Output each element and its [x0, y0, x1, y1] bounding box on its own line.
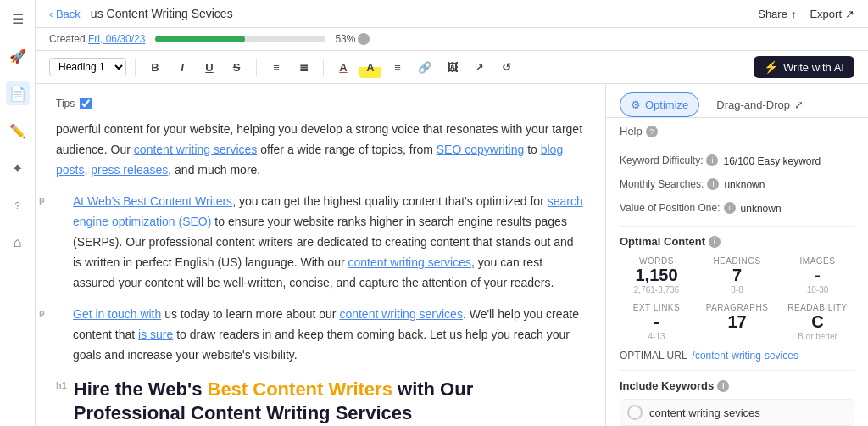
divider-1: [620, 226, 854, 227]
write-ai-label: Write with AI: [783, 61, 844, 74]
optimal-content-info-icon[interactable]: i: [709, 236, 721, 248]
main-area: ‹ Back us Content Writing Sevices Share …: [36, 0, 868, 426]
underline-button[interactable]: U: [198, 56, 220, 78]
help-label: Help: [620, 125, 643, 137]
rocket-icon[interactable]: 🚀: [6, 44, 30, 68]
drag-drop-icon: ⤢: [794, 98, 804, 111]
ordered-list-button[interactable]: ≡: [265, 56, 287, 78]
page-title: us Content Writing Sevices: [91, 7, 233, 20]
paragraph-3: p Get in touch with us today to learn mo…: [56, 305, 585, 365]
write-with-ai-button[interactable]: ⚡ Write with AI: [754, 56, 854, 78]
gold-text: Best Content Writers: [208, 378, 392, 400]
optimal-grid-1: WORDS 1,150 2,761-3,736 HEADINGS 7 3-8 I…: [620, 256, 854, 294]
optimize-icon: ⚙: [631, 98, 641, 111]
h1-section: h1 Hire the Web's Best Content Writers w…: [56, 378, 585, 426]
header-bar: ‹ Back us Content Writing Sevices Share …: [36, 0, 868, 28]
header-left: ‹ Back us Content Writing Sevices: [49, 7, 233, 20]
optimal-words: WORDS 1,150 2,761-3,736: [620, 256, 693, 294]
h1-heading[interactable]: Hire the Web's Best Content Writers with…: [74, 378, 585, 426]
value-position-value: unknown: [741, 203, 782, 215]
edit-icon[interactable]: ✏️: [6, 119, 30, 143]
tips-bar: Tips: [56, 98, 585, 109]
italic-button[interactable]: I: [171, 56, 193, 78]
document-icon[interactable]: 📄: [6, 81, 30, 105]
keyword-item-1[interactable]: content writing sevices: [620, 399, 854, 426]
optimize-label: Optimize: [645, 98, 688, 111]
monthly-searches-info-icon[interactable]: i: [707, 178, 719, 190]
link-content-writing-services-2[interactable]: content writing services: [348, 255, 471, 269]
toolbar-divider-2: [256, 59, 257, 76]
export-icon: ↗: [845, 8, 854, 20]
clear-format-button[interactable]: ↗: [468, 56, 490, 78]
progress-label: 53% i: [335, 33, 370, 45]
strikethrough-button[interactable]: S: [225, 56, 248, 78]
value-position-row: Value of Position One: i unknown: [620, 202, 854, 216]
font-color-button[interactable]: A: [332, 56, 354, 78]
link-get-in-touch[interactable]: Get in touch with: [73, 307, 161, 321]
value-position-info-icon[interactable]: i: [724, 202, 736, 214]
keyword-difficulty-label: Keyword Difficulty: i: [620, 154, 718, 166]
keyword-difficulty-info-icon[interactable]: i: [706, 154, 718, 166]
link-press-releases[interactable]: press releases: [91, 163, 168, 177]
left-sidebar: ☰ 🚀 📄 ✏️ ✦ ? ⌂: [0, 0, 36, 426]
keyword-difficulty-value: 16/100 Easy keyword: [723, 155, 821, 167]
link-is-sure[interactable]: is sure: [138, 328, 173, 341]
paragraph-1: powerful content for your website, helpi…: [56, 120, 585, 180]
question-icon[interactable]: ?: [6, 193, 30, 217]
star-icon[interactable]: ✦: [6, 156, 30, 180]
optimal-readability: READABILITY C B or better: [781, 303, 854, 341]
panel-help: Help ?: [606, 118, 868, 144]
link-content-writing-services-1[interactable]: content writing services: [134, 143, 258, 156]
unordered-list-button[interactable]: ≣: [292, 56, 314, 78]
font-highlight-button[interactable]: A: [359, 56, 381, 78]
header-right: Share ↑ Export ↗: [758, 8, 854, 20]
keywords-info-icon[interactable]: i: [717, 380, 729, 392]
link-web-best-content[interactable]: At Web's Best Content Writers: [73, 194, 232, 208]
back-button[interactable]: ‹ Back: [49, 8, 81, 20]
panel-content: Keyword Difficulty: i 16/100 Easy keywor…: [606, 144, 868, 426]
home-icon[interactable]: ⌂: [6, 231, 30, 255]
export-label: Export: [810, 8, 842, 20]
link-button[interactable]: 🔗: [414, 56, 436, 78]
optimal-url-row: OPTIMAL URL /content-writing-sevices: [620, 350, 854, 362]
optimal-url-value: /content-writing-sevices: [693, 350, 798, 362]
bold-button[interactable]: B: [144, 56, 166, 78]
menu-icon[interactable]: ☰: [6, 7, 30, 31]
progress-bar: [155, 36, 325, 42]
created-date[interactable]: Fri, 06/30/23: [88, 33, 145, 45]
link-content-writing-services-3[interactable]: content writing services: [339, 307, 463, 321]
include-keywords-title: Include Keywords i: [620, 379, 854, 392]
tab-optimize[interactable]: ⚙ Optimize: [620, 92, 699, 117]
tab-drag-and-drop[interactable]: Drag-and-Drop ⤢: [706, 93, 814, 116]
divider-2: [620, 370, 854, 371]
editor-area[interactable]: Tips powerful content for your website, …: [36, 84, 605, 426]
align-button[interactable]: ≡: [387, 56, 409, 78]
undo-button[interactable]: ↺: [495, 56, 517, 78]
share-button[interactable]: Share ↑: [758, 8, 796, 20]
link-seo-copywriting[interactable]: SEO copywriting: [437, 143, 524, 156]
paragraph-2: p At Web's Best Content Writers, you can…: [56, 192, 585, 293]
heading-select[interactable]: Heading 1 Heading 2 Paragraph: [49, 58, 126, 76]
editor-panel-wrapper: Tips powerful content for your website, …: [36, 84, 868, 426]
p-marker-3: p: [39, 305, 45, 321]
right-panel: ⚙ Optimize Drag-and-Drop ⤢ Help ?: [605, 84, 868, 426]
optimal-paragraphs: PARAGRAPHS 17: [700, 303, 774, 341]
editor-content[interactable]: powerful content for your website, helpi…: [56, 120, 585, 426]
h1-marker: h1: [56, 378, 67, 394]
toolbar: Heading 1 Heading 2 Paragraph B I U S ≡ …: [36, 51, 868, 84]
export-button[interactable]: Export ↗: [810, 8, 854, 20]
p-marker-2: p: [39, 192, 45, 208]
sub-header: Created Fri, 06/30/23 53% i: [36, 28, 868, 51]
progress-bar-fill: [155, 36, 245, 42]
optimal-url-label: OPTIMAL URL: [620, 350, 687, 362]
monthly-searches-row: Monthly Searches: i unknown: [620, 178, 854, 192]
progress-info-icon[interactable]: i: [358, 33, 370, 45]
ai-icon: ⚡: [764, 60, 778, 74]
optimal-images: IMAGES - 10-30: [781, 256, 854, 294]
help-info-icon[interactable]: ?: [646, 126, 658, 137]
keyword-difficulty-row: Keyword Difficulty: i 16/100 Easy keywor…: [620, 154, 854, 168]
created-label: Created Fri, 06/30/23: [49, 33, 145, 45]
optimal-headings: HEADINGS 7 3-8: [700, 256, 774, 294]
image-button[interactable]: 🖼: [441, 56, 463, 78]
tips-checkbox[interactable]: [80, 98, 92, 109]
